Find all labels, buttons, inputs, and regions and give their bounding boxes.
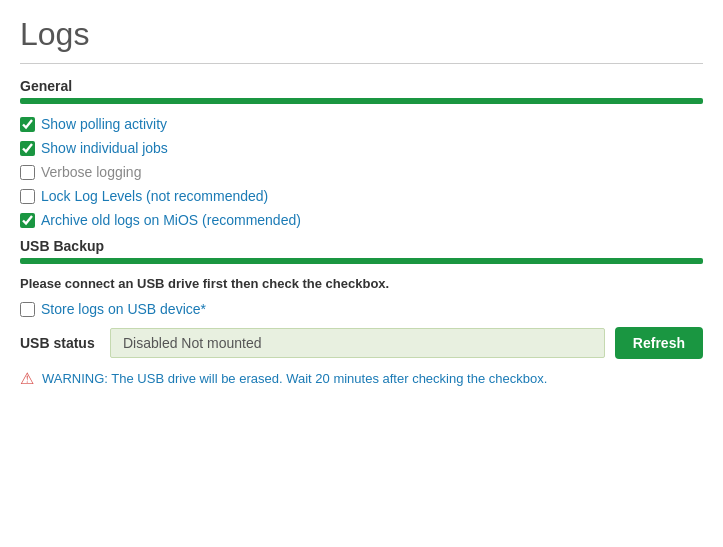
general-green-bar xyxy=(20,98,703,104)
general-section-title: General xyxy=(20,78,703,94)
lock-log-levels-checkbox[interactable] xyxy=(20,189,35,204)
archive-old-logs-label[interactable]: Archive old logs on MiOS (recommended) xyxy=(41,212,301,228)
show-polling-row: Show polling activity xyxy=(20,116,703,132)
refresh-button[interactable]: Refresh xyxy=(615,327,703,359)
show-polling-checkbox[interactable] xyxy=(20,117,35,132)
usb-status-row: USB status Disabled Not mounted Refresh xyxy=(20,327,703,359)
usb-status-label: USB status xyxy=(20,335,100,351)
warning-row: ⚠ WARNING: The USB drive will be erased.… xyxy=(20,369,703,388)
usb-status-value: Disabled Not mounted xyxy=(110,328,605,358)
lock-log-levels-row: Lock Log Levels (not recommended) xyxy=(20,188,703,204)
show-individual-checkbox[interactable] xyxy=(20,141,35,156)
warning-text: WARNING: The USB drive will be erased. W… xyxy=(42,371,547,386)
show-individual-row: Show individual jobs xyxy=(20,140,703,156)
archive-old-logs-row: Archive old logs on MiOS (recommended) xyxy=(20,212,703,228)
archive-old-logs-checkbox[interactable] xyxy=(20,213,35,228)
show-individual-label[interactable]: Show individual jobs xyxy=(41,140,168,156)
store-usb-row: Store logs on USB device* xyxy=(20,301,703,317)
usb-backup-green-bar xyxy=(20,258,703,264)
verbose-logging-label[interactable]: Verbose logging xyxy=(41,164,141,180)
show-polling-label[interactable]: Show polling activity xyxy=(41,116,167,132)
store-usb-label[interactable]: Store logs on USB device* xyxy=(41,301,206,317)
verbose-logging-row: Verbose logging xyxy=(20,164,703,180)
usb-backup-section-title: USB Backup xyxy=(20,238,703,254)
lock-log-levels-label[interactable]: Lock Log Levels (not recommended) xyxy=(41,188,268,204)
warning-icon: ⚠ xyxy=(20,369,34,388)
usb-backup-section: USB Backup Please connect an USB drive f… xyxy=(20,238,703,388)
store-usb-checkbox[interactable] xyxy=(20,302,35,317)
usb-notice: Please connect an USB drive first then c… xyxy=(20,276,703,291)
page-title: Logs xyxy=(20,16,703,53)
verbose-logging-checkbox[interactable] xyxy=(20,165,35,180)
header-divider xyxy=(20,63,703,64)
